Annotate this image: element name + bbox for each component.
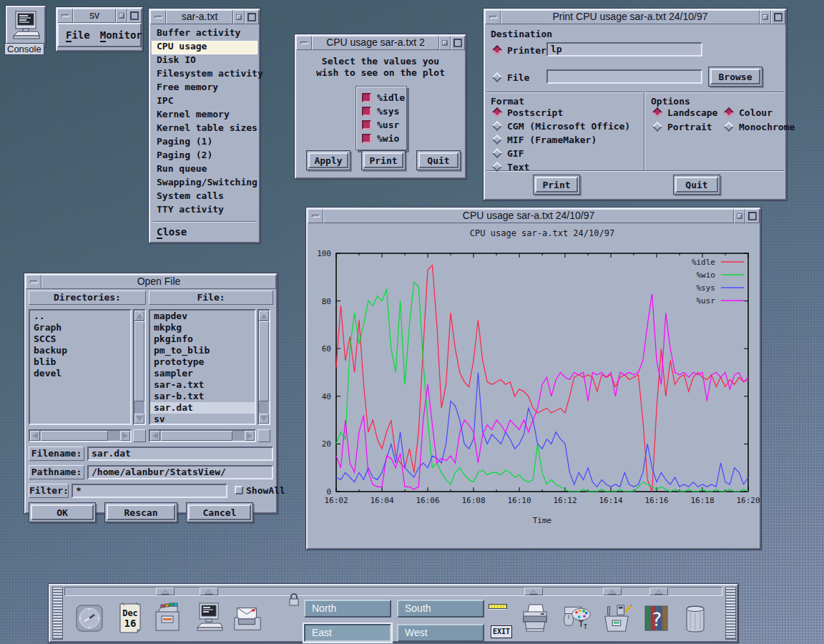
print-titlebar[interactable]: Print CPU usage sar-a.txt 24/10/97 xyxy=(485,10,785,24)
radio-row-gif[interactable]: GIF xyxy=(494,147,524,160)
style-manager-button[interactable]: T T xyxy=(561,597,592,639)
checkbox-row-sys[interactable]: %sys xyxy=(362,104,401,118)
radio-mif-framemaker[interactable] xyxy=(492,135,502,145)
trash-button[interactable] xyxy=(680,597,711,639)
menubar-item-monitor[interactable]: Monitor xyxy=(100,29,142,41)
calendar-button[interactable]: Dec 16 xyxy=(114,597,146,639)
radio-row-mif-framemaker[interactable]: MIF (FrameMaker) xyxy=(494,133,597,146)
minimize-button[interactable] xyxy=(116,9,127,23)
radio-landscape[interactable] xyxy=(652,107,662,117)
exit-button[interactable]: EXIT xyxy=(491,625,512,638)
scroll-up-button[interactable] xyxy=(134,311,144,321)
scroll-left-button[interactable] xyxy=(150,431,160,441)
window-menu-button[interactable] xyxy=(296,36,312,50)
file-item-sar-b-txt[interactable]: sar-b.txt xyxy=(150,391,255,402)
checkbox-row-idle[interactable]: %idle xyxy=(362,91,401,104)
workspace-button-east[interactable]: East xyxy=(304,624,391,642)
radio-colour[interactable] xyxy=(724,107,734,117)
subpanel-arrow-help[interactable] xyxy=(649,587,668,595)
ok-button[interactable]: OK xyxy=(31,504,94,520)
checkbox-row-usr[interactable]: %usr xyxy=(362,118,401,132)
help-button[interactable]: ? xyxy=(641,597,672,639)
cancel-button[interactable]: Cancel xyxy=(188,504,251,520)
directories-hscrollbar[interactable] xyxy=(29,429,132,442)
menu-item-swapping-switching[interactable]: Swapping/Switching xyxy=(152,177,258,190)
window-menu-button[interactable] xyxy=(57,9,73,23)
maximize-button[interactable] xyxy=(745,209,760,223)
menu-item-ipc[interactable]: IPC xyxy=(152,95,258,109)
radio-row-monochrome[interactable]: Monochrome xyxy=(725,120,795,133)
radio-row-text[interactable]: Text xyxy=(494,160,529,173)
rescan-button[interactable]: Rescan xyxy=(107,504,175,520)
scrollbar-thumb[interactable] xyxy=(41,431,108,441)
menu-item-tty-activity[interactable]: TTY activity xyxy=(152,204,258,218)
subpanel-arrow-terminal[interactable] xyxy=(200,587,218,595)
file-item-sar-dat[interactable]: sar.dat xyxy=(150,402,255,414)
subpanel-arrow-file-manager[interactable] xyxy=(156,587,175,595)
file-item-sar-a-txt[interactable]: sar-a.txt xyxy=(150,379,255,391)
menu-item-paging-2[interactable]: Paging (2) xyxy=(152,150,258,163)
checkbox-wio[interactable] xyxy=(362,134,371,143)
sar-menu-titlebar[interactable]: sar-a.txt xyxy=(150,10,259,24)
scroll-down-button[interactable] xyxy=(259,414,269,424)
print-button[interactable]: Print xyxy=(363,152,403,168)
pathname-field[interactable]: /home/alanbur/StatsView/ xyxy=(87,465,273,479)
panel-handle-left[interactable] xyxy=(52,587,63,640)
file-item-sampler[interactable]: sampler xyxy=(150,368,255,379)
console-icon-label[interactable]: Console xyxy=(4,43,44,55)
menu-item-run-queue[interactable]: Run queue xyxy=(152,163,258,177)
console-icon[interactable] xyxy=(6,6,46,47)
quit-button[interactable]: Quit xyxy=(675,177,718,192)
app-manager-button[interactable] xyxy=(601,597,632,639)
checkbox-sys[interactable] xyxy=(362,107,371,116)
menu-item-close[interactable]: Close xyxy=(152,226,258,240)
scroll-right-button[interactable] xyxy=(245,431,255,441)
chart-titlebar[interactable]: CPU usage sar-a.txt 24/10/97 xyxy=(308,209,760,223)
terminal-button[interactable] xyxy=(193,597,225,639)
printer-button[interactable] xyxy=(519,597,551,639)
printer-radio-row[interactable]: Printer xyxy=(494,44,546,57)
files-scrollbar[interactable] xyxy=(258,309,270,425)
maximize-button[interactable] xyxy=(127,9,142,23)
menu-item-paging-1[interactable]: Paging (1) xyxy=(152,136,258,150)
radio-cgm-microsoft-office[interactable] xyxy=(492,121,502,131)
workspace-button-south[interactable]: South xyxy=(397,600,484,618)
radio-row-postscript[interactable]: Postscript xyxy=(494,106,563,119)
apply-button[interactable]: Apply xyxy=(308,152,348,168)
browse-button[interactable]: Browse xyxy=(710,69,760,84)
radio-row-portrait[interactable]: Portrait xyxy=(654,120,712,133)
maximize-button[interactable] xyxy=(451,36,465,50)
cpu-select-titlebar[interactable]: CPU usage sar-a.txt 2 xyxy=(296,36,465,50)
file-item-mapdev[interactable]: mapdev xyxy=(150,311,255,322)
open-file-titlebar[interactable]: Open File xyxy=(26,275,276,289)
file-field[interactable] xyxy=(546,69,702,84)
window-menu-button[interactable] xyxy=(26,275,41,289)
checkbox-row-wio[interactable]: %wio xyxy=(362,132,401,145)
workspace-button-west[interactable]: West xyxy=(397,624,484,642)
radio-postscript[interactable] xyxy=(492,107,502,117)
menu-item-system-calls[interactable]: System calls xyxy=(152,190,258,204)
file-item-pkginfo[interactable]: pkginfo xyxy=(150,333,255,345)
file-manager-button[interactable] xyxy=(152,597,183,639)
scrollbar-thumb[interactable] xyxy=(259,321,269,401)
menu-item-free-memory[interactable]: Free memory xyxy=(152,82,258,95)
menu-item-filesystem-activity[interactable]: Filesystem activity xyxy=(152,68,258,82)
checkbox-usr[interactable] xyxy=(362,120,371,130)
scroll-left-button[interactable] xyxy=(30,431,40,441)
dir-item-graph[interactable]: Graph xyxy=(30,322,130,333)
dir-item-[interactable]: .. xyxy=(30,311,130,322)
subpanel-arrow-apps[interactable] xyxy=(603,587,622,595)
file-radio-row[interactable]: File xyxy=(494,71,529,84)
checkbox-idle[interactable] xyxy=(362,93,371,102)
scrollbar-thumb[interactable] xyxy=(161,431,232,441)
scrollbar-thumb[interactable] xyxy=(134,321,144,401)
showall-checkbox[interactable] xyxy=(235,486,243,494)
filename-field[interactable]: sar.dat xyxy=(87,447,273,461)
workspace-button-north[interactable]: North xyxy=(304,600,391,618)
dir-item-sccs[interactable]: SCCS xyxy=(30,333,130,345)
minimize-button[interactable] xyxy=(233,10,245,24)
menubar-item-file[interactable]: File xyxy=(66,29,90,41)
scroll-right-button[interactable] xyxy=(120,431,130,441)
directories-scrollbar[interactable] xyxy=(133,309,146,425)
minimize-button[interactable] xyxy=(760,10,771,24)
